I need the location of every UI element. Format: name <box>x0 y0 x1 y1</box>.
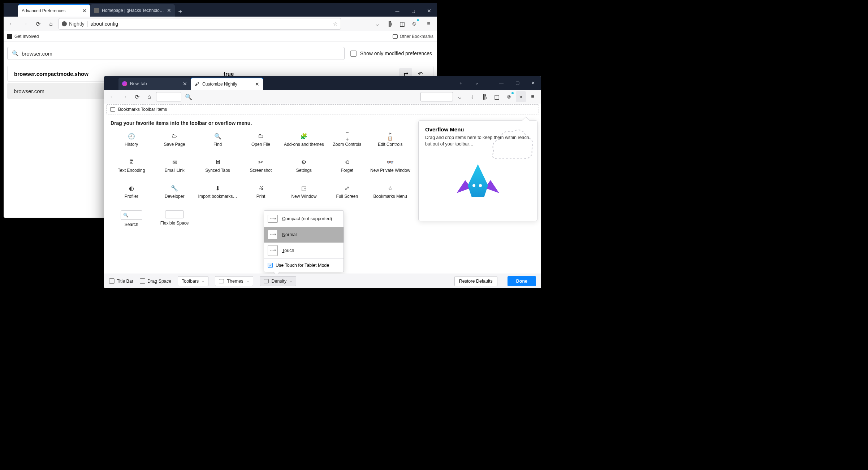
checkbox-label: Use Touch for Tablet Mode <box>276 263 329 268</box>
close-tab-icon[interactable]: ✕ <box>82 8 87 14</box>
density-compact[interactable]: ←→⟳ Compact (not supported) <box>264 211 344 227</box>
density-tablet-checkbox[interactable]: ✓ Use Touch for Tablet Mode <box>264 259 344 272</box>
palette-item-profiler[interactable]: ◐Profiler <box>111 183 152 205</box>
maximize-button[interactable]: ▢ <box>405 5 421 17</box>
tab-advanced-preferences[interactable]: Advanced Preferences ✕ <box>18 4 90 17</box>
pref-search-input[interactable]: 🔍 browser.com <box>7 47 345 60</box>
tab-title: Customize Nightly <box>202 82 237 87</box>
back-button[interactable]: ← <box>7 18 17 29</box>
sidebar-icon[interactable]: ◫ <box>491 91 502 102</box>
home-button[interactable]: ⌂ <box>144 91 155 102</box>
palette-item-search[interactable]: 🔍Search <box>111 209 152 231</box>
bookmarks-toolbar-dropzone[interactable]: Bookmarks Toolbar Items <box>106 104 539 114</box>
library-icon[interactable]: |||\ <box>384 18 395 29</box>
palette-item-full-screen[interactable]: ⤢Full Screen <box>326 183 368 205</box>
reload-button[interactable]: ⟳ <box>33 18 43 29</box>
back-button[interactable]: ← <box>107 91 118 102</box>
button-label: Done <box>516 279 527 284</box>
app-menu-button[interactable]: ≡ <box>527 91 538 102</box>
bookmark-star-icon[interactable]: ☆ <box>333 21 338 27</box>
themes-dropdown[interactable]: Themes ⌄ <box>215 276 253 286</box>
density-normal[interactable]: ←→⟳ Normal <box>264 227 344 243</box>
density-thumb-icon: ←→⟳ <box>268 215 278 223</box>
palette-item-edit[interactable]: ✂📋Edit Controls <box>370 131 411 153</box>
all-tabs-button[interactable]: ⌄ <box>469 77 485 89</box>
palette-item-synced-tabs[interactable]: 🖥Synced Tabs <box>197 157 238 179</box>
palette-item-settings[interactable]: ⚙Settings <box>283 157 325 179</box>
tab-strip: Advanced Preferences ✕ Homepage | gHacks… <box>18 3 186 17</box>
forward-button[interactable]: → <box>119 91 130 102</box>
palette-item-developer[interactable]: 🔧Developer <box>154 183 195 205</box>
close-tab-icon[interactable]: ✕ <box>183 81 187 87</box>
close-tab-icon[interactable]: ✕ <box>255 81 259 87</box>
identity-box[interactable]: Nightly <box>62 21 88 27</box>
close-tab-icon[interactable]: ✕ <box>167 8 171 13</box>
density-label: ormal <box>285 232 297 237</box>
palette-item-find[interactable]: 🔍Find <box>197 131 238 153</box>
search-placeholder[interactable]: 🔍 <box>185 93 192 100</box>
palette-item-new-window[interactable]: ◳New Window <box>283 183 325 205</box>
new-tab-button[interactable]: ＋ <box>175 6 186 17</box>
palette-item-text-encoding[interactable]: 🖹Text Encoding <box>111 157 152 179</box>
flex-well <box>165 210 184 218</box>
home-button[interactable]: ⌂ <box>46 18 56 29</box>
account-icon[interactable]: ☺ <box>504 91 514 102</box>
palette-item-zoom[interactable]: − +Zoom Controls <box>326 131 368 153</box>
checkbox-label: Show only modified preferences <box>360 51 432 56</box>
palette-item-addons[interactable]: 🧩Add-ons and themes <box>283 131 325 153</box>
library-icon[interactable]: |||\ <box>479 91 490 102</box>
overflow-panel[interactable]: Overflow Menu Drag and drop items here t… <box>418 120 537 221</box>
minimize-button[interactable]: — <box>493 77 509 89</box>
palette-item-flexible-space[interactable]: Flexible Space <box>154 209 195 231</box>
palette-item-email-link[interactable]: ✉Email Link <box>154 157 195 179</box>
url-bar-placeholder[interactable] <box>156 92 181 101</box>
tab-customize[interactable]: 🖌 Customize Nightly ✕ <box>191 78 263 90</box>
palette-item-bookmarks-menu[interactable]: ☆Bookmarks Menu <box>370 183 411 205</box>
url-bar[interactable]: Nightly about:config ☆ <box>59 18 341 30</box>
done-button[interactable]: Done <box>508 276 536 286</box>
palette-item-private-window[interactable]: 👓New Private Window <box>370 157 411 179</box>
palette-item-open-file[interactable]: 🗀Open File <box>240 131 281 153</box>
new-tab-button[interactable]: ＋ <box>453 77 469 89</box>
close-button[interactable]: ✕ <box>525 77 541 89</box>
reload-button[interactable]: ⟳ <box>131 91 142 102</box>
overflow-button[interactable]: » <box>516 91 526 102</box>
titlebar-checkbox[interactable]: Title Bar <box>109 278 133 284</box>
dragspace-checkbox[interactable]: Drag Space <box>140 278 171 284</box>
account-icon[interactable]: ☺ <box>409 18 420 29</box>
tab-ghacks[interactable]: Homepage | gHacks Technolo… ✕ <box>90 4 175 17</box>
bookmark-other[interactable]: Other Bookmarks <box>393 34 433 39</box>
bm-strip-label: Bookmarks Toolbar Items <box>118 107 167 112</box>
minimize-button[interactable]: — <box>389 5 405 17</box>
downloads-icon[interactable]: ↓ <box>467 91 478 102</box>
toolbars-dropdown[interactable]: Toolbars ⌄ <box>178 276 208 286</box>
palette-item-save-page[interactable]: 🗁Save Page <box>154 131 195 153</box>
dropdown-label: Density <box>272 279 287 284</box>
customize-palette: Drag your favorite items into the toolba… <box>111 120 411 274</box>
pocket-icon[interactable]: ⌵ <box>372 18 383 29</box>
sidebar-icon[interactable]: ◫ <box>397 18 407 29</box>
density-touch[interactable]: ←→⟳ Touch <box>264 243 344 258</box>
edit-icon: ✂📋 <box>387 132 394 140</box>
pocket-icon[interactable]: ⌵ <box>454 91 465 102</box>
close-button[interactable]: ✕ <box>421 5 437 17</box>
palette-item-screenshot[interactable]: ✂Screenshot <box>240 157 281 179</box>
forward-button[interactable]: → <box>20 18 30 29</box>
palette-item-import-bookmarks[interactable]: ⬇Import bookmarks… <box>197 183 238 205</box>
bookmarks-icon: ☆ <box>387 184 394 192</box>
bookmark-get-involved[interactable]: Get Involved <box>7 34 39 39</box>
palette-item-history[interactable]: 🕘History <box>111 131 152 153</box>
density-label: ompact (not supported) <box>285 216 332 221</box>
maximize-button[interactable]: ▢ <box>509 77 525 89</box>
search-bar-placeholder[interactable] <box>420 92 453 101</box>
palette-item-print[interactable]: 🖨Print <box>240 183 281 205</box>
print-icon: 🖨 <box>257 184 264 192</box>
addons-icon: 🧩 <box>300 132 307 140</box>
show-modified-checkbox[interactable]: Show only modified preferences <box>350 51 433 57</box>
restore-defaults-button[interactable]: Restore Defaults <box>454 276 497 286</box>
email-icon: ✉ <box>171 158 178 166</box>
tab-new-tab[interactable]: New Tab ✕ <box>118 78 191 90</box>
density-dropdown[interactable]: Density ⌄ <box>260 276 297 286</box>
palette-item-forget[interactable]: ⟲Forget <box>326 157 368 179</box>
app-menu-button[interactable]: ≡ <box>423 18 434 29</box>
